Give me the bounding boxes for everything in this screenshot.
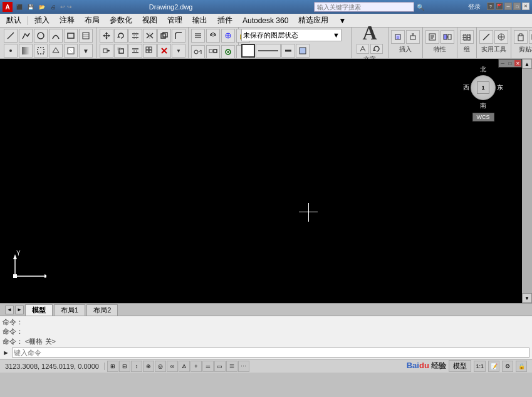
modify-more-btn[interactable]: ▼ <box>172 44 185 58</box>
rotate-btn[interactable] <box>114 29 128 43</box>
menu-manage[interactable]: 管理 <box>162 14 187 27</box>
menu-autodesk360[interactable]: Autodesk 360 <box>237 15 293 26</box>
move-btn[interactable] <box>100 29 113 43</box>
wcs-btn[interactable]: WCS <box>472 113 494 121</box>
erase-btn[interactable] <box>157 44 171 58</box>
paste-btn[interactable] <box>529 30 532 44</box>
hatch-btn[interactable] <box>79 29 93 43</box>
scale-btn[interactable] <box>114 44 128 58</box>
restore-btn[interactable]: □ <box>513 3 521 10</box>
properties-btn[interactable] <box>425 30 439 44</box>
cmd-input-field[interactable] <box>12 348 529 358</box>
osnap-btn[interactable]: ◎ <box>155 361 166 372</box>
region-btn[interactable] <box>49 44 63 58</box>
layer-freeze-btn[interactable] <box>221 29 235 43</box>
menu-annotation[interactable]: 注释 <box>55 14 80 27</box>
canvas-minimize-btn[interactable]: ─ <box>499 59 506 67</box>
viewport-scale-btn[interactable]: 1:1 <box>474 361 486 372</box>
menu-default[interactable]: 默认 <box>1 14 26 27</box>
insert-block-btn[interactable]: B <box>391 30 405 44</box>
measure-btn[interactable] <box>479 30 493 44</box>
wipeout-btn[interactable] <box>64 44 78 58</box>
close-btn[interactable]: ✕ <box>522 3 529 10</box>
workspace-btn[interactable]: ⚙ <box>502 361 513 372</box>
fillet-btn[interactable] <box>172 29 185 43</box>
print-icon[interactable]: 🖨 <box>49 3 58 11</box>
point-btn[interactable] <box>4 44 18 58</box>
menu-more[interactable]: ▼ <box>333 15 351 26</box>
mirror-btn[interactable] <box>143 29 157 43</box>
create-block-btn[interactable] <box>406 30 420 44</box>
boundary-btn[interactable] <box>34 44 48 58</box>
clipboard-btn[interactable] <box>514 30 528 44</box>
grid-btn[interactable]: ⊟ <box>119 361 130 372</box>
layer-control-btn[interactable] <box>206 29 220 43</box>
trim-btn[interactable] <box>128 29 142 43</box>
array-btn[interactable] <box>143 44 157 58</box>
open-icon[interactable]: 📂 <box>38 3 46 11</box>
help-icon[interactable]: ? <box>487 3 494 10</box>
extend-btn[interactable] <box>128 44 142 58</box>
tab-model[interactable]: 模型 <box>25 304 53 316</box>
menu-view[interactable]: 视图 <box>137 14 162 27</box>
menu-plugins[interactable]: 插件 <box>212 14 237 27</box>
ortho-btn[interactable]: ↕ <box>131 361 142 372</box>
text-style-btn[interactable] <box>357 44 369 54</box>
model-mode-btn[interactable]: 模型 <box>449 360 471 372</box>
selection-cycling-btn[interactable]: ⋯ <box>238 361 249 372</box>
transparency-btn[interactable] <box>296 44 310 58</box>
menu-params[interactable]: 参数化 <box>105 14 137 27</box>
anno-visibility-btn[interactable]: 📝 <box>488 361 499 372</box>
lineweight-status-btn[interactable]: ═ <box>202 361 214 372</box>
stretch-btn[interactable] <box>100 44 113 58</box>
quick-access-btn[interactable]: ⬛ <box>15 3 24 11</box>
canvas-close-btn[interactable]: ✕ <box>514 59 521 67</box>
polar-btn[interactable]: ⊕ <box>143 361 154 372</box>
allow-dynamic-btn[interactable]: Δ <box>179 361 190 372</box>
scroll-down-btn[interactable]: ▼ <box>522 293 532 303</box>
transparency-status-btn[interactable]: ▭ <box>214 361 226 372</box>
vertical-scrollbar[interactable]: ▲ ▼ <box>522 59 532 303</box>
dyn-input-btn[interactable]: + <box>190 361 202 372</box>
save-icon[interactable]: 💾 <box>26 3 35 11</box>
drawing-canvas[interactable]: Y 北 西 1 东 南 WCS ─ □ ✕ <box>0 59 522 303</box>
color-btn[interactable] <box>241 44 255 58</box>
group-btn[interactable] <box>460 30 474 44</box>
line-btn[interactable] <box>4 29 18 43</box>
qprops-btn[interactable]: ☰ <box>226 361 237 372</box>
make-current-layer-btn[interactable] <box>191 45 205 59</box>
tab-scroll-left[interactable]: ◄ <box>5 306 14 314</box>
tab-layout2[interactable]: 布局2 <box>86 304 118 316</box>
draw-more-btn[interactable]: ▼ <box>79 44 93 58</box>
layer-properties-btn[interactable] <box>191 29 205 43</box>
menu-output[interactable]: 输出 <box>187 14 212 27</box>
layer-state-dropdown[interactable]: 未保存的图层状态 ▼ <box>241 29 342 41</box>
linetype-btn[interactable] <box>256 44 281 58</box>
snap-btn[interactable]: ⊞ <box>107 361 118 372</box>
circle-btn[interactable] <box>34 29 48 43</box>
text-rotate-btn[interactable] <box>370 44 383 54</box>
gradient-btn[interactable] <box>19 44 33 58</box>
match-layer-btn[interactable] <box>206 45 220 59</box>
polyline-btn[interactable] <box>19 29 33 43</box>
menu-featured[interactable]: 精选应用 <box>293 14 333 27</box>
search-input[interactable] <box>314 2 414 12</box>
menu-layout[interactable]: 布局 <box>80 14 105 27</box>
arc-btn[interactable] <box>49 29 63 43</box>
flag-icon[interactable]: 🚩 <box>496 3 503 10</box>
rectangle-btn[interactable] <box>64 29 78 43</box>
login-btn[interactable]: 登录 <box>468 3 481 11</box>
id-point-btn[interactable] <box>494 30 508 44</box>
minimize-btn[interactable]: ─ <box>504 3 512 10</box>
otrack-btn[interactable]: ∞ <box>167 361 178 372</box>
layer-isolate-btn[interactable] <box>221 45 235 59</box>
tab-scroll-right[interactable]: ► <box>15 306 24 314</box>
matchprop-btn[interactable] <box>441 30 454 44</box>
copy-btn[interactable] <box>157 29 171 43</box>
scroll-up-btn[interactable]: ▲ <box>522 59 532 69</box>
menu-insert[interactable]: 插入 <box>29 14 55 27</box>
canvas-restore-btn[interactable]: □ <box>506 59 514 67</box>
tab-layout1[interactable]: 布局1 <box>54 304 85 316</box>
unlock-btn[interactable]: 🔒 <box>516 361 527 372</box>
lineweight-btn[interactable] <box>281 44 295 58</box>
